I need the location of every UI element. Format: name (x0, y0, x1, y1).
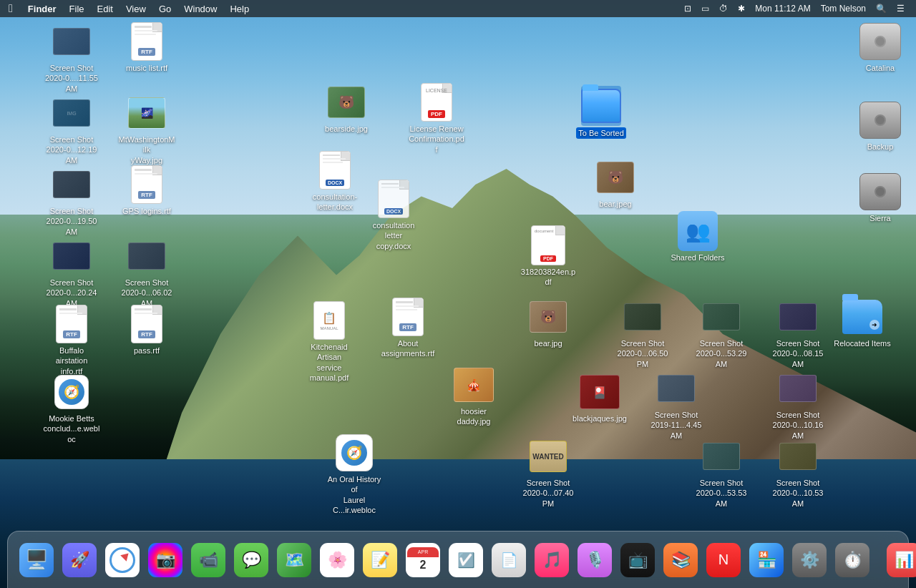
desktop-icon-mtwashington[interactable]: 🌌 MtWashingtonMilkyWay.jpg (118, 93, 175, 165)
desktop-icon-mookie[interactable]: 🧭 Mookie Bettsconclud...e.webloc (43, 372, 100, 444)
desktop-icon-hoosier[interactable]: 🎪 hoosier daddy.jpg (445, 365, 502, 427)
desktop-icon-screenshot4[interactable]: Screen Shot2020-0...20.24 AM (43, 236, 100, 308)
desktop-icon-ss5353[interactable]: Screen Shot2020-0...53.53 AM (693, 436, 750, 509)
dock-notes[interactable]: 📝 (360, 540, 400, 580)
dock: 🖥️ 🚀 📷 📹 💬 🗺️ 🌸 📝 APR 2 (7, 531, 909, 588)
menu-edit[interactable]: Edit (91, 0, 120, 17)
desktop-icon-ss0650[interactable]: Screen Shot2020-0...06.50 PM (614, 297, 671, 369)
icon-label-license: License RenewConfirmation.pdf (408, 124, 465, 155)
desktop-icon-pass[interactable]: RTF pass.rtf (118, 304, 175, 356)
dock-reminders[interactable]: ☑️ (446, 540, 486, 580)
dock-screentime[interactable]: 📊 (884, 540, 916, 580)
desktop-icon-ss1016[interactable]: Screen Shot2020-0...10.16 AM (769, 368, 827, 441)
airplay-icon[interactable]: ▭ (698, 0, 712, 17)
menubar:  Finder File Edit View Go Window Help ⊡… (0, 0, 916, 17)
desktop-icon-oral-history[interactable]: 🧭 An Oral History ofLaurel C...ir.webloc (326, 433, 383, 515)
icon-label-blackjaques: blackjaques.jpg (572, 413, 627, 423)
screen-record-icon[interactable]: ⊡ (681, 0, 694, 17)
spotlight-icon[interactable]: 🔍 (873, 0, 890, 17)
icon-label-screenshot3: Screen Shot2020-0...19.50 AM (43, 206, 100, 237)
desktop-icon-screenshot1[interactable]: Screen Shot2020-0....11.55 AM (43, 21, 100, 94)
dock-freeform[interactable]: 📄 (489, 540, 529, 580)
desktop-icon-ss5329[interactable]: Screen Shot2020-0...53.29 AM (693, 297, 750, 369)
desktop-icon-consultation1[interactable]: DOCX consultation-letter.docx (306, 150, 364, 212)
icon-label-catalina: Catalina (866, 63, 895, 73)
desktop-icon-screenshot2[interactable]: IMG Screen Shot2020-0...12.19 AM (43, 93, 100, 165)
dock-calendar[interactable]: APR 2 (403, 540, 443, 580)
desktop-icon-consultation2[interactable]: DOCX consultation lettercopy.docx (365, 179, 422, 251)
desktop-icon-pdf318[interactable]: document PDF 318203824en.pdf (520, 225, 577, 288)
control-center-icon[interactable]: ☰ (894, 0, 907, 17)
dock-timemachine[interactable]: ⏱️ (832, 540, 872, 580)
desktop-icon-ss445[interactable]: Screen Shot2019-11...4.45 AM (648, 368, 705, 441)
icon-label-screenshot2: Screen Shot2020-0...12.19 AM (43, 134, 100, 165)
dock-maps[interactable]: 🗺️ (274, 540, 314, 580)
dock-podcasts[interactable]: 🎙️ (575, 540, 615, 580)
desktop-icon-shared-folders[interactable]: 👥 Shared Folders (669, 211, 726, 263)
icon-label-gpslogins: GPS logins.rtf (122, 206, 171, 216)
dock-photos[interactable]: 🌸 (317, 540, 357, 580)
desktop-icon-relocated[interactable]: ➜ Relocated Items (834, 297, 891, 348)
desktop-icon-ss1053[interactable]: Screen Shot2020-0...10.53 AM (769, 436, 827, 509)
icon-label-sswanted: Screen Shot2020-0...07.40 PM (520, 478, 577, 509)
menu-finder[interactable]: Finder (21, 0, 63, 17)
desktop-icon-backup[interactable]: Backup (852, 100, 909, 152)
icon-label-ss5353: Screen Shot2020-0...53.53 AM (693, 478, 750, 509)
menu-window[interactable]: Window (177, 0, 223, 17)
bluetooth-icon[interactable]: ✱ (735, 0, 748, 17)
desktop-icon-bearside[interactable]: 🐻 bearside.jpg (318, 82, 375, 134)
desktop-icon-sierra[interactable]: Sierra (852, 172, 909, 223)
icon-label-sierra: Sierra (869, 213, 890, 223)
dock-music[interactable]: 🎵 (532, 540, 572, 580)
dock-books[interactable]: 📚 (661, 540, 701, 580)
icon-label-to-be-sorted: To Be Sorted (576, 127, 626, 139)
apple-menu[interactable]:  (0, 0, 21, 17)
icon-label-about: Aboutassignments.rtf (381, 338, 435, 359)
dock-safari[interactable] (102, 540, 142, 580)
menu-go[interactable]: Go (152, 0, 177, 17)
dock-messages[interactable]: 💬 (231, 540, 271, 580)
dock-launchpad[interactable]: 🚀 (59, 540, 99, 580)
desktop-icon-gpslogins[interactable]: RTF GPS logins.rtf (118, 165, 175, 216)
icon-label-pass: pass.rtf (134, 346, 160, 356)
desktop-icon-kitchenaid[interactable]: 📋 MANUAL Kitchenaid Artisanservice manua… (301, 300, 358, 383)
icon-label-screenshot1: Screen Shot2020-0....11.55 AM (43, 63, 100, 94)
dock-tv[interactable]: 📺 (618, 540, 658, 580)
desktop-icon-musiclist[interactable]: RTF music list.rtf (118, 21, 175, 73)
desktop-icon-to-be-sorted[interactable]: To Be Sorted (572, 86, 630, 139)
time-machine-menubar-icon[interactable]: ⏱ (716, 0, 731, 17)
icon-label-mtwashington: MtWashingtonMilkyWay.jpg (118, 134, 175, 165)
desktop-icon-about[interactable]: RTF Aboutassignments.rtf (379, 297, 437, 359)
icon-label-kitchenaid: Kitchenaid Artisanservice manual.pdf (301, 342, 358, 383)
dock-news[interactable]: N (703, 540, 744, 580)
dock-facetime[interactable]: 📹 (188, 540, 228, 580)
menu-view[interactable]: View (120, 0, 152, 17)
icon-label-bear-jpg: bear.jpg (534, 338, 562, 348)
icon-label-ss1053: Screen Shot2020-0...10.53 AM (769, 478, 827, 509)
menu-help[interactable]: Help (223, 0, 255, 17)
dock-photos-app[interactable]: 📷 (145, 540, 185, 580)
desktop-icon-ss0815[interactable]: Screen Shot2020-0...08.15 AM (769, 297, 827, 369)
menubar-user[interactable]: Tom Nelson (818, 0, 869, 17)
icon-label-ss0815: Screen Shot2020-0...08.15 AM (769, 338, 827, 369)
icon-label-ss5329: Screen Shot2020-0...53.29 AM (693, 338, 750, 369)
icon-label-oral-history: An Oral History ofLaurel C...ir.webloc (326, 474, 383, 515)
desktop-icon-catalina[interactable]: Catalina (852, 21, 909, 73)
icon-label-bearside: bearside.jpg (325, 124, 368, 134)
dock-sysprefs[interactable]: ⚙️ (789, 540, 829, 580)
menu-file[interactable]: File (63, 0, 91, 17)
desktop-icon-buffalo[interactable]: RTF Buffalo airstationinfo.rtf (43, 304, 100, 376)
desktop-icon-blackjaques[interactable]: 🎴 blackjaques.jpg (571, 372, 628, 423)
desktop-icon-license[interactable]: LICENSE PDF License RenewConfirmation.pd… (408, 82, 465, 155)
dock-appstore[interactable]: 🏪 (746, 540, 786, 580)
desktop-icon-bear-jpg[interactable]: 🐻 bear.jpg (520, 297, 577, 348)
desktop-icon-sswanted[interactable]: WANTED Screen Shot2020-0...07.40 PM (520, 436, 577, 509)
dock-finder[interactable]: 🖥️ (16, 540, 57, 580)
icon-label-backup: Backup (867, 142, 894, 152)
menubar-time: Mon 11:12 AM (752, 0, 813, 17)
icon-label-musiclist: music list.rtf (126, 63, 167, 73)
desktop-icon-screenshot3[interactable]: Screen Shot2020-0...19.50 AM (43, 165, 100, 237)
desktop-icon-bear-jpeg[interactable]: 🐻 bear.jpeg (587, 157, 644, 209)
icon-label-ss0650: Screen Shot2020-0...06.50 PM (614, 338, 671, 369)
desktop-icon-screenshot5[interactable]: Screen Shot2020-0...06.02 AM (118, 236, 175, 308)
